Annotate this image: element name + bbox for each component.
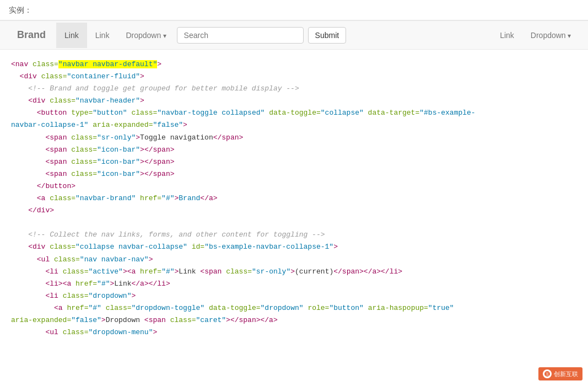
code-line-5: <button type="button" class="navbar-togg…: [11, 107, 577, 119]
nav-item-right-link: Link: [492, 23, 522, 48]
nav-right-dropdown[interactable]: Dropdown: [522, 23, 579, 48]
code-line-3: <!-- Brand and toggle get grouped for be…: [11, 83, 577, 95]
code-line-11: <a class="navbar-brand" href="#">Brand</…: [11, 192, 577, 205]
code-line-10: </button>: [11, 180, 577, 192]
code-line-19b: aria-expanded="false">Dropdown <span cla…: [11, 314, 577, 326]
nav-right-link[interactable]: Link: [492, 23, 522, 48]
nav-item-link1: Link: [56, 23, 87, 48]
code-line-6: <span class="sr-only">Toggle navigation<…: [11, 132, 577, 144]
navbar-brand[interactable]: Brand: [9, 21, 54, 49]
code-line-20: <ul class="dropdown-menu">: [11, 326, 577, 339]
code-line-5b: navbar-collapse-1" aria-expanded="false"…: [11, 119, 577, 131]
nav-item-dropdown1: Dropdown: [117, 23, 174, 48]
nav-dropdown-1[interactable]: Dropdown: [117, 23, 174, 48]
search-input[interactable]: [177, 27, 304, 44]
nav-link-1[interactable]: Link: [56, 23, 87, 48]
nav-item-link2: Link: [87, 23, 118, 48]
submit-button[interactable]: Submit: [308, 27, 347, 44]
code-line-1: <nav class="navbar navbar-default">: [11, 58, 577, 71]
code-line-14: <div class="collapse navbar-collapse" id…: [11, 241, 577, 253]
code-line-17: <li><a href="#">Link</a></li>: [11, 278, 577, 290]
code-line-7: <span class="icon-bar"></span>: [11, 144, 577, 156]
nav-link-2[interactable]: Link: [87, 23, 118, 48]
code-line-9: <span class="icon-bar"></span>: [11, 168, 577, 180]
navbar-right: Link Dropdown: [492, 23, 579, 48]
code-line-empty: [11, 217, 577, 229]
nav-item-right-dropdown: Dropdown: [522, 23, 579, 48]
code-line-8: <span class="icon-bar"></span>: [11, 156, 577, 168]
example-text: 实例：: [9, 6, 32, 14]
code-line-18: <li class="dropdown">: [11, 290, 577, 302]
code-line-12: </div>: [11, 205, 577, 217]
code-line-13: <!-- Collect the nav links, forms, and o…: [11, 229, 577, 241]
example-label: 实例：: [0, 0, 588, 20]
code-line-4: <div class="navbar-header">: [11, 95, 577, 107]
code-line-2: <div class="container-fluid">: [11, 71, 577, 83]
code-line-16: <li class="active"><a href="#">Link <spa…: [11, 266, 577, 278]
code-line-15: <ul class="nav navbar-nav">: [11, 254, 577, 266]
code-line-19: <a href="#" class="dropdown-toggle" data…: [11, 302, 577, 314]
code-block: <nav class="navbar navbar-default"> <div…: [0, 50, 588, 347]
navbar-nav: Link Link Dropdown: [56, 23, 175, 48]
navbar-preview: Brand Link Link Dropdown Submit Link Dro…: [0, 20, 588, 50]
navbar-form: Submit: [177, 27, 347, 44]
